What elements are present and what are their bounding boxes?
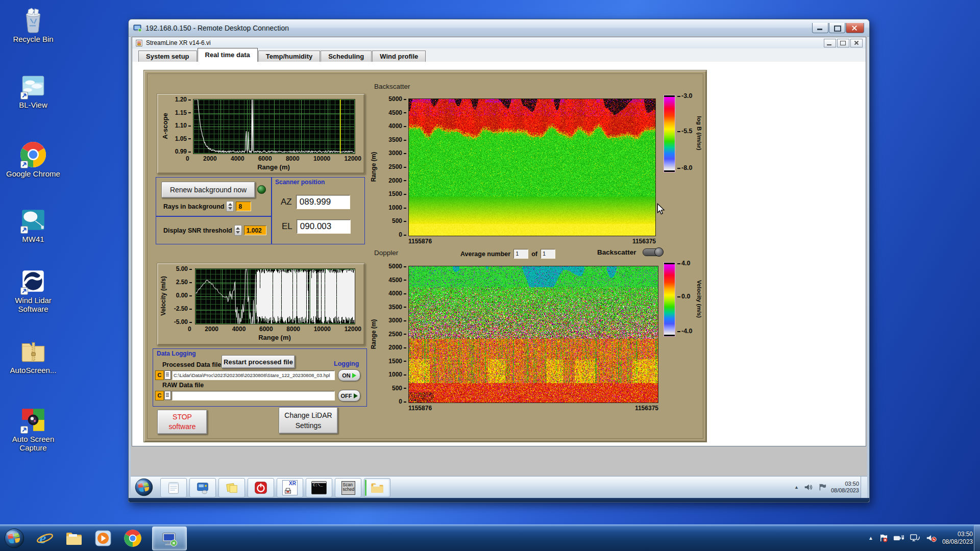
action-center-flag-icon[interactable] [817, 483, 826, 492]
tick-label: 0 [186, 155, 189, 162]
auto-screen-capture-icon [19, 406, 47, 434]
tray-expand-icon[interactable]: ▲ [794, 485, 799, 490]
network-icon[interactable] [910, 533, 921, 543]
battery-plug-icon[interactable] [893, 533, 904, 543]
vi-minimize-button[interactable] [824, 39, 836, 47]
tick-label: 0.99 [175, 148, 191, 155]
speaker-icon[interactable] [803, 483, 813, 492]
backscatter-heatmap [408, 98, 656, 236]
tab-real-time-data[interactable]: Real time data [198, 48, 258, 62]
host-taskbar-internet-explorer-button[interactable]: e [35, 528, 55, 548]
command-prompt-icon: C:\_ [311, 481, 327, 494]
rdp-minimize-button[interactable] [812, 23, 828, 33]
average-count-field[interactable]: 1 [541, 249, 555, 259]
remote-taskbar-shutdown-button[interactable] [248, 478, 274, 497]
tab-scheduling[interactable]: Scheduling [321, 51, 372, 62]
data-logging-title: Data Logging [157, 350, 196, 357]
streamline-xr-icon: XR [282, 480, 298, 495]
rdp-maximize-button[interactable] [829, 23, 845, 33]
front-panel: A-scope 1.201.151.101.050.99 02000400060… [143, 70, 707, 442]
file-browse-icon[interactable] [164, 391, 171, 400]
remote-desktop-icon [161, 530, 178, 547]
change-lidar-settings-button[interactable]: Change LiDARSettings [279, 407, 338, 434]
desktop-icon-wind-lidar[interactable]: Wind Lidar Software [5, 267, 61, 313]
desktop-icon-label: Recycle Bin [5, 35, 61, 43]
chrome-icon [19, 141, 47, 168]
tab-temp-humidity[interactable]: Temp/humidity [258, 51, 320, 62]
speaker-muted-icon[interactable] [926, 533, 937, 543]
el-value-field[interactable]: 090.003 [297, 219, 351, 234]
media-player-icon [94, 529, 112, 547]
tray-expand-icon[interactable]: ▲ [868, 535, 873, 541]
host-show-desktop-button[interactable] [974, 525, 980, 551]
velocity-y-ticks: 5.002.500.00-2.50-5.00 [169, 265, 192, 325]
average-number-field[interactable]: 1 [513, 249, 528, 259]
host-start-button[interactable] [4, 528, 24, 548]
raw-logging-off-button[interactable]: OFF [338, 390, 360, 402]
az-value-field[interactable]: 089.999 [296, 195, 350, 209]
remote-taskbar-explorer-button[interactable] [364, 478, 390, 497]
desktop-icon-bl-view[interactable]: BL-View [5, 72, 61, 109]
snr-spinner[interactable] [234, 225, 242, 236]
host-clock[interactable]: 03:5008/08/2023 [942, 531, 973, 546]
backscatter-plot-area: Range (m) 500045004000350030002500200015… [371, 91, 663, 246]
desktop-icon-chrome[interactable]: Google Chrome [5, 141, 61, 178]
shortcut-arrow-icon [20, 161, 28, 168]
backscatter-y-ticks: 5000450040003500300025002000150010005000 [380, 95, 406, 238]
folder-icon [370, 481, 384, 495]
colorbar-tick: 0.0 [677, 293, 690, 300]
remote-show-desktop-button[interactable] [861, 477, 867, 498]
host-taskbar-rdp-button-active[interactable] [152, 527, 187, 550]
desktop-icon-auto-screen-capture[interactable]: Auto Screen Capture [5, 406, 61, 452]
remote-start-button[interactable] [135, 478, 153, 496]
drive-letter-box[interactable]: C [155, 370, 164, 380]
remote-taskbar-command-prompt-button[interactable]: C:\_ [306, 478, 332, 497]
off-led-icon [354, 393, 358, 398]
tick-label: 6000 [259, 325, 273, 333]
doppler-section-title: Doppler [374, 249, 398, 257]
restart-processed-file-button[interactable]: Restart processed file [222, 355, 295, 368]
processed-path-field[interactable]: C:\Lidar\Data\Proc\2023\202308\20230808\… [172, 370, 335, 380]
stop-software-button[interactable]: STOPsoftware [157, 410, 207, 434]
rdp-close-button[interactable] [846, 23, 864, 33]
tick-label: 0 [399, 231, 406, 238]
rdp-window-title: 192.168.0.150 - Remote Desktop Connectio… [145, 24, 812, 32]
tick-label: 4000 [388, 290, 406, 297]
raw-path-field[interactable] [172, 391, 335, 400]
remote-clock[interactable]: 03:5008/08/2023 [831, 481, 859, 494]
scanner-position-title: Scanner position [275, 179, 325, 186]
drive-letter-box[interactable]: C [155, 391, 164, 400]
file-browse-icon[interactable] [164, 370, 171, 380]
remote-taskbar-notepad-button[interactable] [160, 478, 187, 497]
vi-maximize-button[interactable] [837, 39, 849, 47]
rdp-titlebar[interactable]: 192.168.0.150 - Remote Desktop Connectio… [129, 19, 869, 37]
ascope-x-axis-label: Range (m) [193, 163, 354, 171]
snr-value-field[interactable]: 1.002 [244, 226, 266, 235]
remote-taskbar-streamline-xr-button[interactable]: XR [277, 478, 303, 497]
ascope-x-ticks: 020004000600080001000012000 [186, 155, 361, 162]
host-taskbar-explorer-button[interactable] [64, 528, 84, 548]
tab-wind-profile[interactable]: Wind profile [372, 51, 426, 62]
backscatter-toggle-switch[interactable] [643, 248, 663, 256]
tick-label: 8000 [286, 155, 300, 162]
remote-taskbar-display-settings-button[interactable] [189, 478, 216, 497]
tick-label: 3500 [388, 136, 406, 143]
renew-background-button[interactable]: Renew background now [161, 182, 255, 198]
desktop-icon-mw41[interactable]: MW41 [5, 206, 61, 243]
desktop-icon-zip-folder[interactable]: AutoScreen... [5, 337, 61, 374]
action-center-flag-icon[interactable] [878, 533, 888, 543]
remote-taskbar-scan-scheduler-button[interactable]: Scansched [335, 478, 361, 497]
tab-system-setup[interactable]: System setup [138, 51, 197, 62]
rays-spinner[interactable] [226, 201, 234, 212]
host-taskbar-chrome-button[interactable] [122, 528, 143, 548]
vi-close-button[interactable] [850, 39, 863, 47]
remote-taskbar-sticky-notes-button[interactable] [218, 478, 245, 497]
vi-titlebar[interactable]: StreamLine XR v14-6.vi [132, 37, 866, 49]
processed-logging-on-button[interactable]: ON [338, 369, 360, 381]
rays-value-field[interactable]: 8 [236, 202, 251, 211]
host-taskbar-media-player-button[interactable] [93, 528, 113, 548]
desktop-icon-recycle-bin[interactable]: Recycle Bin [5, 6, 61, 43]
raw-data-file-label: RAW Data file [162, 382, 204, 389]
tick-label: 1000 [388, 204, 406, 211]
colorbar-tick: -4.0 [677, 328, 693, 335]
